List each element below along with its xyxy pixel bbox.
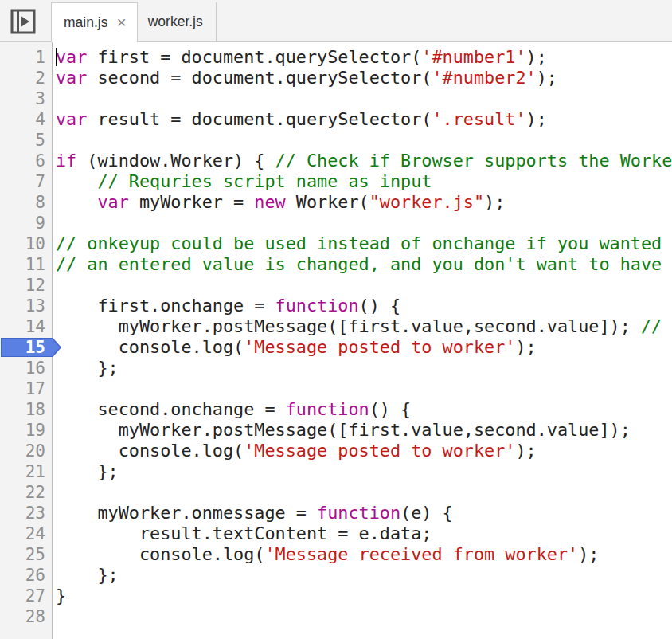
- code-token: );: [484, 192, 505, 212]
- line-number[interactable]: 22: [0, 482, 52, 503]
- code-line[interactable]: [56, 275, 672, 296]
- line-number[interactable]: 1: [0, 47, 52, 68]
- text-cursor: [56, 48, 57, 66]
- code-line[interactable]: [56, 606, 672, 627]
- code-line[interactable]: };: [56, 565, 672, 586]
- show-navigator-button[interactable]: [10, 9, 36, 34]
- tab-label: main.js: [64, 14, 107, 31]
- code-token: [56, 171, 98, 191]
- code-token: myWorker.onmessage =: [56, 503, 317, 523]
- breakpoint-marker[interactable]: 15: [0, 337, 52, 358]
- code-line[interactable]: console.log('Message posted to worker');: [56, 337, 672, 358]
- tab-main-js[interactable]: main.js ×: [51, 2, 138, 42]
- code-line[interactable]: };: [56, 461, 672, 482]
- code-token: () {: [359, 296, 401, 316]
- line-number[interactable]: 12: [0, 275, 52, 296]
- code-line[interactable]: var first = document.querySelector('#num…: [56, 47, 672, 68]
- line-number-text: 15: [25, 338, 45, 357]
- line-number[interactable]: 7: [0, 171, 52, 192]
- code-line[interactable]: if (window.Worker) { // Check if Browser…: [56, 151, 672, 171]
- line-number[interactable]: 10: [0, 233, 52, 254]
- line-number[interactable]: 18: [0, 399, 52, 420]
- line-number[interactable]: 3: [0, 88, 52, 109]
- source-editor-window: main.js × worker.js 12345678910111213141…: [0, 0, 672, 639]
- line-number[interactable]: 2: [0, 68, 52, 88]
- line-number[interactable]: 24: [0, 523, 52, 544]
- close-icon[interactable]: ×: [116, 14, 126, 30]
- code-token: };: [56, 461, 119, 481]
- line-number[interactable]: 21: [0, 461, 52, 482]
- line-number[interactable]: 8: [0, 192, 52, 213]
- code-token: 'Message received from worker': [264, 544, 578, 564]
- code-token: result = document.querySelector(: [87, 109, 432, 129]
- code-token: "worker.js": [369, 192, 484, 212]
- code-line[interactable]: var myWorker = new Worker("worker.js");: [56, 192, 672, 213]
- code-line[interactable]: var result = document.querySelector('.re…: [56, 109, 672, 130]
- line-number[interactable]: 11: [0, 254, 52, 275]
- code-area[interactable]: var first = document.querySelector('#num…: [53, 42, 672, 639]
- code-line[interactable]: // onkeyup could be used instead of onch…: [56, 233, 672, 254]
- code-token: first.onchange =: [56, 296, 275, 316]
- line-number[interactable]: 16: [0, 358, 52, 378]
- tab-worker-js[interactable]: worker.js: [138, 2, 217, 41]
- code-token: };: [56, 358, 119, 378]
- code-line[interactable]: var second = document.querySelector('#nu…: [56, 68, 672, 88]
- line-number[interactable]: 28: [0, 606, 52, 627]
- code-token: );: [515, 337, 536, 357]
- code-token: '#number2': [432, 68, 536, 88]
- line-number[interactable]: 20: [0, 441, 52, 461]
- code-line[interactable]: myWorker.postMessage([first.value,second…: [56, 316, 672, 337]
- tab-label: worker.js: [148, 14, 203, 30]
- code-token: myWorker =: [129, 192, 254, 212]
- line-number[interactable]: 19: [0, 420, 52, 441]
- code-line[interactable]: [56, 88, 672, 109]
- code-line[interactable]: console.log('Message posted to worker');: [56, 441, 672, 461]
- line-number[interactable]: 5: [0, 130, 52, 151]
- code-token: function: [286, 399, 369, 419]
- code-line[interactable]: [56, 213, 672, 233]
- code-token: var: [56, 47, 87, 67]
- code-token: new: [254, 192, 285, 212]
- line-number[interactable]: 17: [0, 378, 52, 399]
- line-number[interactable]: 4: [0, 109, 52, 130]
- line-number[interactable]: 14: [0, 316, 52, 337]
- line-number[interactable]: 13: [0, 296, 52, 316]
- code-line[interactable]: [56, 130, 672, 151]
- code-token: // onkeyup could be used instead of onch…: [56, 233, 662, 253]
- code-line[interactable]: // an entered value is changed, and you …: [56, 254, 672, 275]
- code-line[interactable]: // Requries script name as input: [56, 171, 672, 192]
- line-number[interactable]: 9: [0, 213, 52, 233]
- line-number[interactable]: 23: [0, 503, 52, 523]
- code-token: (window.Worker) {: [76, 151, 275, 171]
- code-line[interactable]: console.log('Message received from worke…: [56, 544, 672, 565]
- code-token: console.log(: [56, 544, 264, 564]
- code-line[interactable]: [56, 482, 672, 503]
- code-token: '.result': [432, 109, 525, 129]
- code-line[interactable]: [56, 378, 672, 399]
- code-token: // Requries script name as input: [98, 171, 432, 191]
- code-token: myWorker.postMessage([first.value,second…: [56, 420, 631, 440]
- line-number[interactable]: 25: [0, 544, 52, 565]
- code-token: var: [56, 109, 87, 129]
- code-line[interactable]: first.onchange = function() {: [56, 296, 672, 316]
- code-line[interactable]: myWorker.onmessage = function(e) {: [56, 503, 672, 523]
- code-token: );: [515, 441, 536, 461]
- code-token: //: [641, 316, 662, 336]
- code-line[interactable]: }: [56, 586, 672, 606]
- code-editor: 1234567891011121314151617181920212223242…: [0, 42, 672, 639]
- code-line[interactable]: };: [56, 358, 672, 378]
- code-token: );: [526, 47, 547, 67]
- code-token: second.onchange =: [56, 399, 286, 419]
- line-number[interactable]: 6: [0, 151, 52, 171]
- code-token: );: [537, 68, 557, 88]
- code-token: myWorker.postMessage([first.value,second…: [56, 316, 641, 336]
- line-number[interactable]: 26: [0, 565, 52, 586]
- code-token: if: [56, 151, 76, 171]
- code-token: function: [275, 296, 359, 316]
- code-line[interactable]: result.textContent = e.data;: [56, 523, 672, 544]
- line-number[interactable]: 27: [0, 586, 52, 606]
- code-line[interactable]: second.onchange = function() {: [56, 399, 672, 420]
- code-token: var: [56, 68, 87, 88]
- code-line[interactable]: myWorker.postMessage([first.value,second…: [56, 420, 672, 441]
- code-token: (e) {: [400, 503, 453, 523]
